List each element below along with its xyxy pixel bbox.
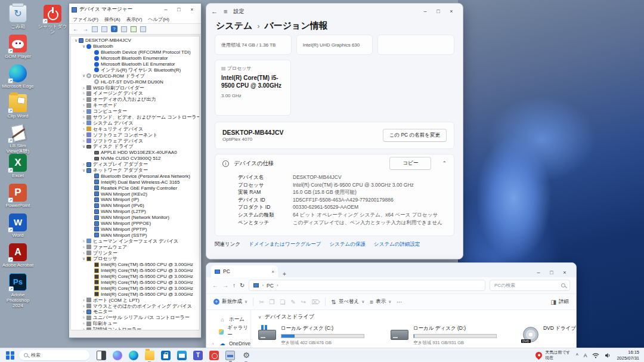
store-taskbar-icon[interactable] [161,351,171,360]
desktop-icon-microsoft-edge[interactable]: ↗Microsoft Edge [1,64,35,89]
tray-expand-icon[interactable]: ^ [576,352,578,358]
menu-item[interactable]: ヘルプ(H) [148,16,169,23]
view-button[interactable]: ≡表示∨ [370,298,391,305]
paste-icon[interactable]: ❏ [280,299,285,305]
breadcrumb-pc[interactable]: PC [267,283,274,289]
more-icon[interactable]: ⋯ [397,299,402,305]
tree-item[interactable]: ›ユニバーサル シリアル バス コントローラー [71,315,199,321]
tree-item[interactable]: WAN Miniport (IPv6) [71,203,199,209]
close-icon[interactable]: × [558,268,571,277]
expand-chevron-icon[interactable]: ∨ [81,44,86,49]
tree-item[interactable]: ›キーボード [71,103,199,109]
start-button[interactable] [6,351,14,360]
menu-item[interactable]: 表示(V) [126,16,143,23]
breadcrumb-section[interactable]: システム [216,20,252,32]
up-icon[interactable]: ↑ [233,282,236,289]
forward-icon[interactable]: → [82,25,88,33]
tree-item[interactable]: ›プリンター [71,250,199,256]
wifi-icon[interactable] [592,352,599,358]
expand-chevron-icon[interactable]: › [81,115,86,119]
outlook-taskbar-icon[interactable] [177,351,187,360]
expand-chevron-icon[interactable]: › [81,91,86,95]
tree-item[interactable]: WAN Miniport (Network Monitor) [71,215,199,221]
tree-item[interactable]: WAN Miniport (PPPOE) [71,221,199,227]
maximize-icon[interactable]: □ [432,7,445,16]
expand-chevron-icon[interactable]: › [81,127,86,131]
expand-chevron-icon[interactable]: › [81,304,86,308]
computer-icon[interactable] [140,26,146,32]
extra-card[interactable] [377,35,454,55]
close-icon[interactable]: × [185,5,199,14]
desktop-icon-clip-word[interactable]: ↗Clip Word [1,94,35,119]
close-icon[interactable]: × [445,7,458,16]
desktop-icon-shutdown[interactable]: ↗シャットダウン [36,5,69,35]
tree-item[interactable]: ∨DESKTOP-MB44JCV [71,38,199,44]
desktop-icon-adobe-acrobat[interactable]: ↗Adobe Acrobat [1,243,35,268]
tree-item[interactable]: WAN Miniport (PPTP) [71,227,199,233]
copilot-taskbar-icon[interactable] [113,351,122,360]
desktop-icon-recycle-bin[interactable]: ごみ箱 [1,5,35,29]
cut-icon[interactable]: ✂ [259,299,264,305]
device-manager-taskbar-icon[interactable] [225,351,235,360]
tree-item[interactable]: ∨Bluetooth [71,44,199,49]
tree-item[interactable]: WAN Miniport (IKEv2) [71,191,199,197]
related-link[interactable]: システムの保護 [330,241,366,248]
expand-chevron-icon[interactable]: ∨ [81,168,86,173]
task-view-taskbar-icon[interactable] [97,351,106,360]
desktop-icon-adobe-photoshop[interactable]: ↗Adobe Photoshop 2024 [1,273,35,309]
expand-chevron-icon[interactable]: › [81,321,86,326]
volume-icon[interactable] [605,352,611,358]
expand-chevron-icon[interactable]: › [81,162,86,166]
settings-titlebar[interactable]: ← ≡ 設定 – □ × [206,4,463,19]
new-button[interactable]: + 新規作成∨ [213,298,247,305]
drive-tile[interactable]: ローカル ディスク (C:)空き領域 402 GB/476 GB [258,325,381,346]
related-link[interactable]: システムの詳細設定 [374,241,420,248]
tree-item[interactable]: WAN Miniport (L2TP) [71,209,199,215]
address-bar[interactable]: › PC › [249,280,485,291]
tree-item[interactable]: APPLE HDD WD10EZEX-40UFAA0 [71,150,199,156]
tree-item[interactable]: Intel(R) Core(TM) i5-9500 CPU @ 3.00GHz [71,274,199,280]
minimize-icon[interactable]: – [159,5,172,14]
expand-chevron-icon[interactable]: › [81,315,86,320]
back-icon[interactable]: ← [211,8,218,15]
expand-chevron-icon[interactable]: ∨ [81,256,86,261]
tree-item[interactable]: ›ヒューマン インターフェイス デバイス [71,238,199,244]
settings-taskbar-icon[interactable] [242,351,251,360]
tree-item[interactable]: ›ソフトウェア デバイス [71,138,199,144]
menu-item[interactable]: ファイル(F) [73,16,98,23]
expand-chevron-icon[interactable]: › [81,139,86,143]
desktop-icon-gom-player[interactable]: ↗GOM Player [1,35,35,59]
expand-chevron-icon[interactable]: ∨ [81,73,86,78]
expand-chevron-icon[interactable]: ∨ [73,38,79,43]
taskbar-clock[interactable]: 16:15 2025/07/31 [617,349,639,361]
graphics-card[interactable]: Intel(R) UHD Graphics 630 [296,35,373,55]
tree-item[interactable]: ›サウンド、ビデオ、およびゲーム コントローラー [71,115,199,120]
rename-pc-button[interactable]: この PC の名前を変更 [383,129,447,142]
console-tree-icon[interactable] [92,26,98,32]
tree-item[interactable]: ∨DVD/CD-ROM ドライブ [71,73,199,79]
back-icon[interactable]: ← [212,282,218,289]
weather-widget[interactable]: 天気は雨です 現在 [535,350,571,361]
tree-item[interactable]: Intel(R) Core(TM) i5-9500 CPU @ 3.00GHz [71,285,199,291]
expand-chevron-icon[interactable]: › [81,245,86,249]
tree-item[interactable]: Microsoft Bluetooth Enumerator [71,55,199,61]
tree-item[interactable]: Bluetooth Device (Personal Area Network) [71,173,199,179]
menu-item[interactable]: 操作(A) [104,16,120,23]
chevron-down-icon[interactable]: ∨ [258,315,261,320]
rename-icon[interactable]: ✎ [290,299,295,305]
desktop-icon-powerpoint[interactable]: ↗PowerPoint [1,184,35,208]
expand-chevron-icon[interactable]: › [81,327,86,330]
drive-tile[interactable]: ローカル ディスク (D:)空き領域 931 GB/931 GB [391,325,513,346]
forward-icon[interactable]: → [222,282,228,289]
expand-chevron-icon[interactable]: › [81,133,86,137]
expand-chevron-icon[interactable]: › [81,239,86,243]
tab-pc[interactable]: PC × [211,265,278,277]
tree-item[interactable]: Intel(R) Dual Band Wireless-AC 3165 [71,179,199,185]
devices-drives-section[interactable]: ∨ デバイスとドライブ [258,313,577,321]
device-specs-header[interactable]: i デバイスの仕様 コピー ⌃ [215,154,454,172]
help-icon[interactable]: ? [111,26,117,32]
share-icon[interactable]: ↪ [301,299,306,305]
device-manager-titlebar[interactable]: デバイス マネージャー – □ × [69,4,201,16]
expand-chevron-icon[interactable]: › [81,251,86,255]
expand-chevron-icon[interactable]: ∨ [81,144,86,149]
